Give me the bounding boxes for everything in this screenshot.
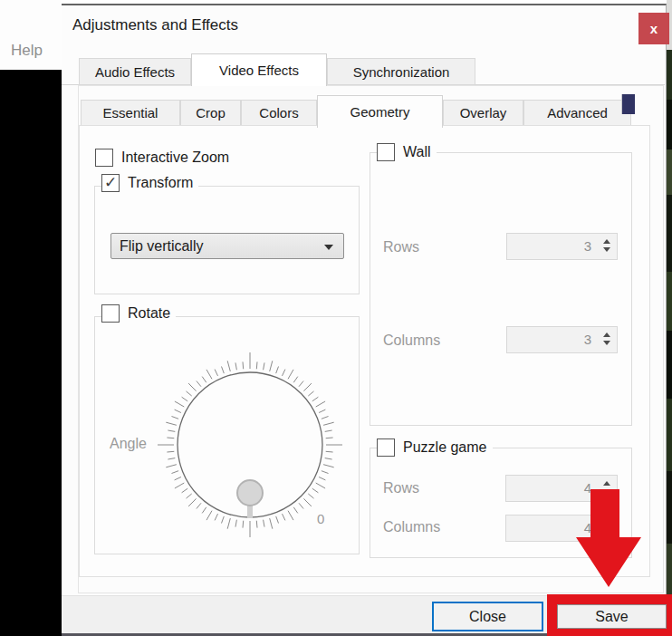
close-button-label: Close xyxy=(469,609,506,625)
rotate-row: ✓ Rotate xyxy=(101,304,176,323)
subtab-advanced[interactable]: Advanced xyxy=(523,100,631,126)
subtab-crop[interactable]: Crop xyxy=(180,100,241,126)
wall-group xyxy=(370,152,632,426)
wall-columns-label: Columns xyxy=(383,332,440,349)
spin-down-icon[interactable] xyxy=(603,247,610,252)
wall-checkbox[interactable]: ✓ xyxy=(377,143,395,161)
wall-rows-spinner[interactable]: 3 xyxy=(506,233,618,260)
spinner-arrows[interactable] xyxy=(603,239,610,252)
transform-select[interactable]: Flip vertically xyxy=(110,233,344,259)
subtab-label: Crop xyxy=(196,105,226,120)
dialog-close-button[interactable]: x xyxy=(638,13,669,44)
transform-row: ✓ Transform xyxy=(101,174,198,192)
interactive-zoom-row: ✓ Interactive Zoom xyxy=(95,149,235,167)
close-x-icon: x xyxy=(650,21,658,36)
arrow-down-icon xyxy=(576,489,641,587)
transform-checkbox[interactable]: ✓ xyxy=(101,174,120,192)
subtab-label: Overlay xyxy=(460,105,507,120)
chevron-down-icon xyxy=(324,245,333,250)
subtab-colors[interactable]: Colors xyxy=(241,100,317,126)
save-button[interactable]: Save xyxy=(557,604,667,629)
tab-synchronization[interactable]: Synchronization xyxy=(327,58,475,85)
rotate-label: Rotate xyxy=(128,305,170,322)
subtab-label: Geometry xyxy=(350,104,410,120)
wall-rows-label: Rows xyxy=(383,239,419,255)
dialog-title: Adjustments and Effects xyxy=(72,16,238,34)
background-video-strip xyxy=(667,0,672,636)
spinner-arrows[interactable] xyxy=(603,332,610,345)
rotate-checkbox[interactable]: ✓ xyxy=(101,304,120,323)
transform-label: Transform xyxy=(128,175,193,191)
subtab-overlay[interactable]: Overlay xyxy=(443,100,523,126)
interactive-zoom-label: Interactive Zoom xyxy=(121,149,229,166)
save-highlight-box: Save xyxy=(547,594,672,636)
wall-rows-value: 3 xyxy=(584,238,591,254)
subtab-geometry[interactable]: Geometry xyxy=(317,95,443,128)
tab-label: Audio Effects xyxy=(95,64,175,80)
wall-row: ✓ Wall xyxy=(377,143,437,161)
screen: Help Adjustments and Effects x Audio Eff… xyxy=(0,0,672,636)
annotation-arrow xyxy=(571,489,648,589)
puzzle-row: ✓ Puzzle game xyxy=(377,438,493,457)
check-icon: ✓ xyxy=(104,173,117,192)
puzzle-rows-label: Rows xyxy=(383,480,419,496)
transform-selected-value: Flip vertically xyxy=(120,238,203,255)
save-button-label: Save xyxy=(595,609,628,625)
dial-knob[interactable] xyxy=(237,480,263,506)
menu-item-help[interactable]: Help xyxy=(11,42,43,60)
puzzle-columns-label: Columns xyxy=(383,519,440,535)
tab-video-effects[interactable]: Video Effects xyxy=(191,53,327,86)
video-black-area xyxy=(0,70,62,636)
background-artifact xyxy=(621,94,635,114)
spin-up-icon[interactable] xyxy=(603,332,610,337)
wall-columns-spinner[interactable]: 3 xyxy=(506,326,618,353)
puzzle-checkbox[interactable]: ✓ xyxy=(377,438,395,457)
angle-value: 0 xyxy=(317,511,324,526)
puzzle-label: Puzzle game xyxy=(403,439,487,456)
subtab-label: Advanced xyxy=(547,105,608,120)
interactive-zoom-checkbox[interactable]: ✓ xyxy=(95,149,113,167)
wall-label: Wall xyxy=(403,144,431,160)
subtab-label: Essential xyxy=(103,105,158,120)
angle-label: Angle xyxy=(110,436,147,452)
close-button[interactable]: Close xyxy=(432,602,543,631)
tab-label: Video Effects xyxy=(219,63,299,78)
tab-audio-effects[interactable]: Audio Effects xyxy=(79,58,191,85)
tab-label: Synchronization xyxy=(353,64,450,80)
spin-up-icon[interactable] xyxy=(603,481,610,486)
spin-up-icon[interactable] xyxy=(603,239,610,244)
subtab-label: Colors xyxy=(259,105,298,120)
spin-down-icon[interactable] xyxy=(603,341,610,345)
subtab-essential[interactable]: Essential xyxy=(81,100,180,126)
wall-columns-value: 3 xyxy=(584,332,591,347)
background-menubar: Help xyxy=(0,0,62,70)
